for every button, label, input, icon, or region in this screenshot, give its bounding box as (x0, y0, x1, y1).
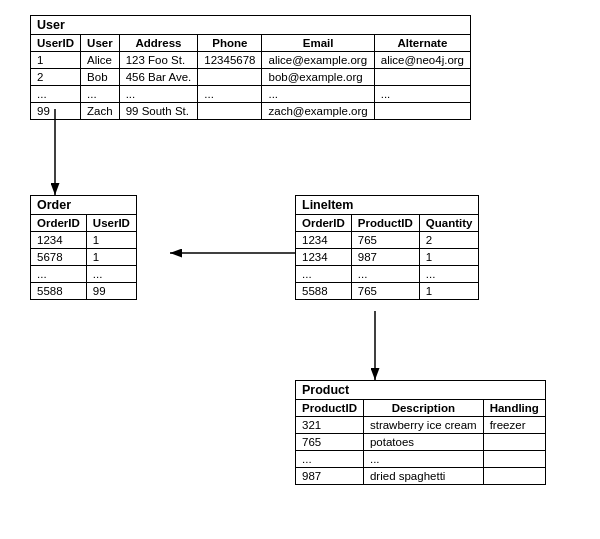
user-table: User UserID User Address Phone Email Alt… (30, 15, 471, 120)
table-row: 987 dried spaghetti (296, 468, 546, 485)
lineitem-col-quantity: Quantity (419, 215, 479, 232)
lineitem-col-productid: ProductID (351, 215, 419, 232)
table-row: 5588 765 1 (296, 283, 479, 300)
order-col-orderid: OrderID (31, 215, 87, 232)
lineitem-table-title: LineItem (296, 196, 479, 215)
product-col-handling: Handling (483, 400, 545, 417)
lineitem-table: LineItem OrderID ProductID Quantity 1234… (295, 195, 479, 300)
order-table: Order OrderID UserID 1234 1 5678 1 ... .… (30, 195, 137, 300)
table-row: 5588 99 (31, 283, 137, 300)
table-row: 1 Alice 123 Foo St. 12345678 alice@examp… (31, 52, 471, 69)
lineitem-col-orderid: OrderID (296, 215, 352, 232)
table-row: 1234 1 (31, 232, 137, 249)
table-row: ... ... ... (296, 266, 479, 283)
product-col-productid: ProductID (296, 400, 364, 417)
table-row: ... ... (296, 451, 546, 468)
product-table-title: Product (296, 381, 546, 400)
diagram-container: User UserID User Address Phone Email Alt… (0, 0, 600, 539)
user-col-userid: UserID (31, 35, 81, 52)
table-row: 1234 765 2 (296, 232, 479, 249)
user-col-address: Address (119, 35, 198, 52)
table-row: ... ... (31, 266, 137, 283)
product-table: Product ProductID Description Handling 3… (295, 380, 546, 485)
table-row: ... ... ... ... ... ... (31, 86, 471, 103)
table-row: 99 Zach 99 South St. zach@example.org (31, 103, 471, 120)
user-col-phone: Phone (198, 35, 262, 52)
table-row: 1234 987 1 (296, 249, 479, 266)
user-col-alternate: Alternate (374, 35, 470, 52)
user-col-email: Email (262, 35, 374, 52)
table-row: 765 potatoes (296, 434, 546, 451)
product-col-description: Description (363, 400, 483, 417)
user-table-title: User (31, 16, 471, 35)
order-table-title: Order (31, 196, 137, 215)
table-row: 2 Bob 456 Bar Ave. bob@example.org (31, 69, 471, 86)
order-col-userid: UserID (86, 215, 136, 232)
user-col-user: User (81, 35, 120, 52)
table-row: 5678 1 (31, 249, 137, 266)
table-row: 321 strawberry ice cream freezer (296, 417, 546, 434)
